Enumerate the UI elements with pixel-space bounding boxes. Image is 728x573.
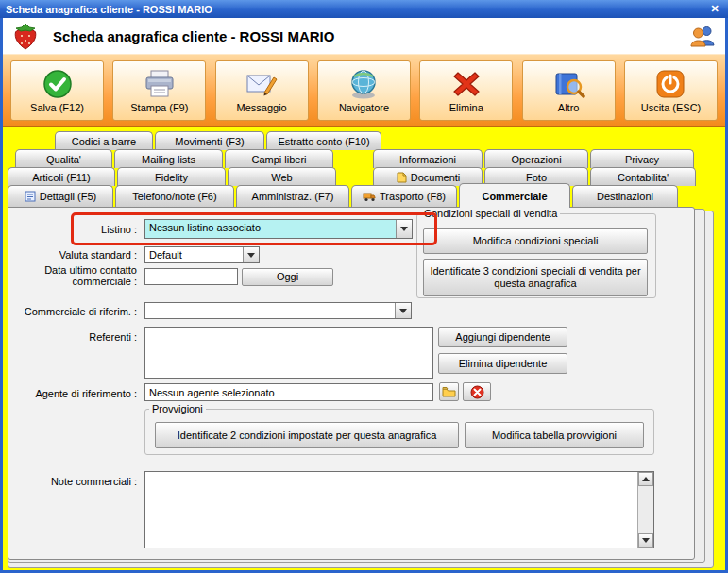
other-label: Altro xyxy=(558,102,580,113)
message-icon xyxy=(245,68,279,100)
tab-estratto-conto[interactable]: Estratto conto (F10) xyxy=(266,131,381,150)
oggi-button[interactable]: Oggi xyxy=(242,268,333,286)
tab-label: Codici a barre xyxy=(72,136,136,147)
tab-web[interactable]: Web xyxy=(228,167,336,186)
tab-informazioni[interactable]: Informazioni xyxy=(373,149,483,168)
tab-codici-a-barre[interactable]: Codici a barre xyxy=(55,131,153,150)
elimina-dipendente-button[interactable]: Elimina dipendente xyxy=(438,353,567,374)
commerciale-riferim-dropdown[interactable] xyxy=(144,302,412,319)
tab-destinazioni[interactable]: Destinazioni xyxy=(572,185,678,207)
tab-contabilita[interactable]: Contabilita' xyxy=(590,167,696,186)
tab-label: Documenti xyxy=(411,172,461,183)
agente-label: Agente di riferimento : xyxy=(8,388,141,399)
close-button[interactable]: ✕ xyxy=(707,3,722,15)
tab-label: Contabilita' xyxy=(618,172,669,183)
aggiungi-dipendente-button[interactable]: Aggiungi dipendente xyxy=(438,327,567,347)
tab-label: Articoli (F11) xyxy=(32,172,91,183)
note-label: Note commerciali : xyxy=(8,476,141,487)
customer-record-window: Scheda anagrafica cliente - ROSSI MARIO … xyxy=(0,0,728,573)
main-toolbar: Salva (F12) Stampa (F9) Messaggio xyxy=(3,54,725,127)
tab-fidelity[interactable]: Fidelity xyxy=(117,167,226,186)
tab-label: Web xyxy=(271,172,292,183)
agente-remove-button[interactable] xyxy=(463,382,491,401)
tab-articoli[interactable]: Articoli (F11) xyxy=(8,167,115,186)
truck-icon xyxy=(363,191,376,202)
save-button[interactable]: Salva (F12) xyxy=(10,60,104,121)
valuta-label: Valuta standard : xyxy=(8,249,141,261)
message-button[interactable]: Messaggio xyxy=(215,60,309,121)
tab-movimenti[interactable]: Movimenti (F3) xyxy=(155,131,264,150)
save-label: Salva (F12) xyxy=(30,102,84,113)
tab-label: Informazioni xyxy=(399,154,456,165)
tab-label: Amministraz. (F7) xyxy=(252,191,334,202)
tab-label: Operazioni xyxy=(511,154,561,165)
tab-operazioni[interactable]: Operazioni xyxy=(484,149,588,168)
commerciale-riferim-label: Commerciale di riferim. : xyxy=(8,306,141,317)
print-label: Stampa (F9) xyxy=(130,102,188,113)
navigator-globe-icon xyxy=(347,68,381,100)
delete-label: Elimina xyxy=(449,102,483,113)
delete-button[interactable]: Elimina xyxy=(419,60,513,121)
tab-mailing-lists[interactable]: Mailing lists xyxy=(114,149,223,168)
tab-label: Qualita' xyxy=(46,154,81,165)
page-title: Scheda anagrafica cliente - ROSSI MARIO xyxy=(53,28,689,44)
agente-input[interactable] xyxy=(144,383,433,401)
referenti-textarea[interactable] xyxy=(144,327,433,379)
title-bar: Scheda anagrafica cliente - ROSSI MARIO … xyxy=(0,0,728,18)
tab-label: Estratto conto (F10) xyxy=(278,136,369,147)
provvigioni-info-button[interactable]: Identificate 2 condizioni impostate per … xyxy=(155,422,459,448)
tab-telefono-note[interactable]: Telefono/note (F6) xyxy=(115,185,234,207)
valuta-value: Default xyxy=(145,247,243,262)
strawberry-icon xyxy=(11,21,40,51)
exit-button[interactable]: Uscita (ESC) xyxy=(624,60,718,121)
chevron-down-icon[interactable] xyxy=(395,303,411,318)
tab-label: Trasporto (F8) xyxy=(380,191,446,202)
chevron-down-icon[interactable] xyxy=(396,220,412,238)
modifica-provvigioni-button[interactable]: Modifica tabella provvigioni xyxy=(465,422,644,448)
note-textarea[interactable] xyxy=(145,472,637,548)
agente-folder-button[interactable] xyxy=(439,382,459,401)
provvigioni-group: Provvigioni Identificate 2 condizioni im… xyxy=(144,403,654,455)
tab-label: Movimenti (F3) xyxy=(175,136,244,147)
book-search-icon xyxy=(551,68,585,100)
condizioni-speciali-group: Condizioni speciali di vendita Modifica … xyxy=(416,208,656,298)
data-contatto-input[interactable] xyxy=(144,268,238,285)
tab-amministraz[interactable]: Amministraz. (F7) xyxy=(236,185,349,207)
delete-x-icon xyxy=(450,68,483,100)
tab-commerciale[interactable]: Commerciale xyxy=(459,183,570,208)
tab-label: Privacy xyxy=(625,154,659,165)
tab-label: Foto xyxy=(526,172,547,183)
scroll-down-icon[interactable] xyxy=(638,533,653,548)
chevron-down-icon[interactable] xyxy=(243,247,259,262)
scroll-up-icon[interactable] xyxy=(638,472,653,486)
note-field xyxy=(144,471,654,548)
tab-trasporto[interactable]: Trasporto (F8) xyxy=(351,185,457,207)
tab-privacy[interactable]: Privacy xyxy=(590,149,694,168)
tab-campi-liberi[interactable]: Campi liberi xyxy=(225,149,333,168)
modifica-condizioni-button[interactable]: Modifica condizioni speciali xyxy=(423,228,648,254)
condizioni-speciali-title: Condizioni speciali di vendita xyxy=(421,208,560,219)
tab-label: Fidelity xyxy=(155,172,188,183)
print-button[interactable]: Stampa (F9) xyxy=(112,60,206,121)
navigator-label: Navigatore xyxy=(339,102,389,113)
listino-dropdown[interactable]: Nessun listino associato xyxy=(144,219,413,239)
other-button[interactable]: Altro xyxy=(522,60,616,121)
tab-row-1: Codici a barre Movimenti (F3) Estratto c… xyxy=(55,131,381,150)
remove-circle-icon xyxy=(470,385,484,399)
details-icon xyxy=(25,191,36,202)
valuta-dropdown[interactable]: Default xyxy=(144,246,260,263)
tab-qualita[interactable]: Qualita' xyxy=(15,149,112,168)
users-icon[interactable] xyxy=(689,25,716,47)
tab-dettagli[interactable]: Dettagli (F5) xyxy=(8,185,113,207)
tab-label: Destinazioni xyxy=(597,191,653,202)
folder-icon xyxy=(442,386,456,397)
exit-power-icon xyxy=(654,68,686,100)
commerciale-panel: Listino : Nessun listino associato Condi… xyxy=(8,207,695,560)
condizioni-info-button[interactable]: Identificate 3 condizioni speciali di ve… xyxy=(423,259,648,296)
tab-row-2: Qualita' Mailing lists Campi liberi Info… xyxy=(15,149,694,168)
listino-value: Nessun listino associato xyxy=(145,220,396,238)
document-icon xyxy=(396,172,407,183)
provvigioni-title: Provvigioni xyxy=(149,403,206,414)
navigator-button[interactable]: Navigatore xyxy=(317,60,411,121)
note-scrollbar[interactable] xyxy=(637,472,653,548)
